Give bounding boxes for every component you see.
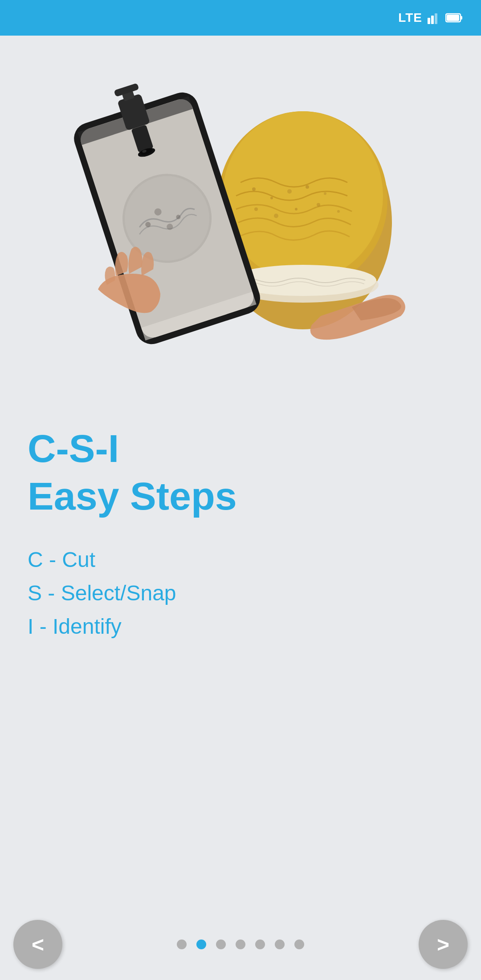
svg-point-16: [274, 214, 278, 218]
step-select: S - Select/Snap: [28, 578, 453, 608]
prev-button[interactable]: <: [13, 920, 62, 969]
dot-5[interactable]: [255, 940, 265, 949]
dot-4[interactable]: [236, 940, 245, 949]
svg-rect-0: [428, 18, 430, 24]
dots-container: [177, 940, 304, 949]
signal-icon: [428, 12, 440, 24]
step-cut: C - Cut: [28, 545, 453, 575]
svg-point-18: [317, 203, 320, 207]
svg-rect-4: [461, 16, 462, 20]
navigation-bar: < >: [0, 909, 481, 980]
csi-title: C-S-I: [28, 427, 453, 470]
steps-list: C - Cut S - Select/Snap I - Identify: [28, 545, 453, 642]
svg-point-14: [324, 192, 326, 195]
svg-point-10: [252, 187, 256, 191]
svg-point-12: [287, 189, 292, 194]
hero-illustration: [71, 58, 410, 378]
svg-point-19: [337, 210, 340, 213]
dot-7[interactable]: [294, 940, 304, 949]
next-button[interactable]: >: [419, 920, 468, 969]
status-bar: LTE: [0, 0, 481, 36]
easy-steps-title: Easy Steps: [28, 475, 453, 518]
dot-3[interactable]: [216, 940, 226, 949]
hero-image-area: [0, 36, 481, 401]
status-bar-right: LTE: [398, 11, 463, 25]
svg-point-17: [295, 208, 298, 211]
svg-rect-1: [431, 16, 434, 24]
svg-rect-2: [435, 13, 437, 24]
step-identify: I - Identify: [28, 611, 453, 641]
dot-1[interactable]: [177, 940, 187, 949]
svg-rect-5: [447, 15, 459, 21]
dot-6[interactable]: [275, 940, 285, 949]
svg-point-13: [306, 185, 309, 189]
battery-icon: [445, 13, 463, 23]
main-content: C-S-I Easy Steps C - Cut S - Select/Snap…: [0, 36, 481, 980]
lte-label: LTE: [398, 11, 422, 25]
text-section: C-S-I Easy Steps C - Cut S - Select/Snap…: [0, 401, 481, 909]
svg-point-15: [254, 207, 258, 211]
dot-2[interactable]: [196, 940, 206, 949]
svg-point-11: [270, 197, 273, 199]
